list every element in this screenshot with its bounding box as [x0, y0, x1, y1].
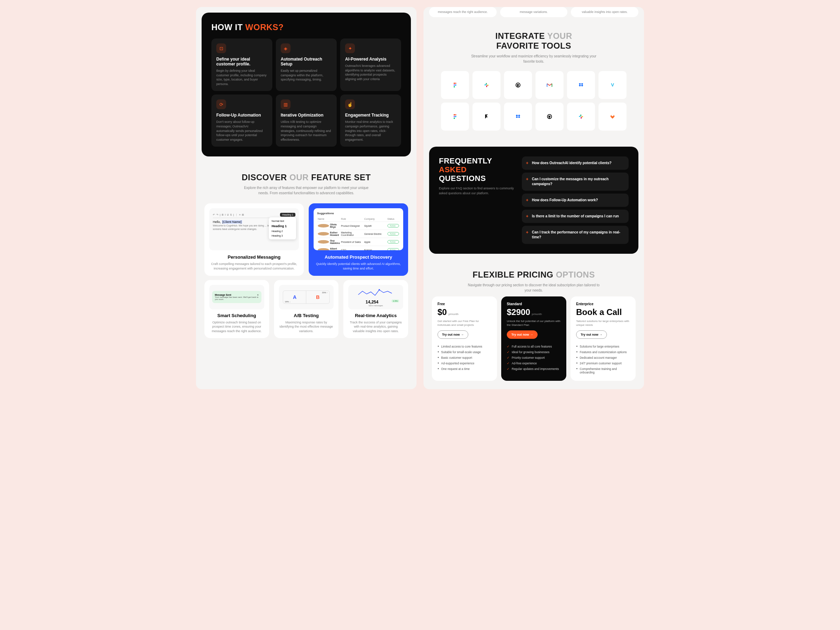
svg-point-3: [453, 84, 455, 86]
hiw-card: ⟳Follow-Up AutomationDon't worry about f…: [212, 95, 272, 147]
vimeo-icon[interactable]: V: [598, 71, 627, 99]
price-feature: Comprehensive training and onboarding: [576, 366, 630, 375]
feature-personalized-messaging[interactable]: ↶↷|BIUS|⋮≡⊞ Heading 1 Hello, [Client Nam…: [204, 203, 304, 275]
github-icon[interactable]: [535, 103, 564, 131]
price-tier: Standard: [507, 302, 561, 306]
integrate-title: INTEGRATE YOUR FAVORITE TOOLS: [437, 31, 630, 51]
faq-item[interactable]: +Can I track the performance of my campa…: [522, 226, 628, 244]
suggestion-row[interactable]: Olivia RhyeProduct DesignerSlydefiActive: [317, 222, 400, 230]
feature-desc: Quickly identify potential clients with …: [314, 262, 403, 270]
hiw-card: ◈Automated Outreach SetupEasily set up p…: [276, 38, 337, 91]
hiw-card-title: Engagement Tracking: [345, 113, 396, 118]
price-feature: Regular updates and improvements: [507, 366, 561, 372]
hiw-card: ☝Engagement TrackingMonitor real-time an…: [340, 95, 401, 147]
faq-item[interactable]: +How does OutreachAI identify potential …: [522, 156, 628, 170]
framer-icon[interactable]: [472, 103, 501, 131]
suggestion-row[interactable]: Esther HowardMarketing CoordinatorGenera…: [317, 230, 400, 238]
github-icon[interactable]: [504, 71, 532, 99]
price-desc: Unlock the full potential of our platfor…: [507, 319, 561, 327]
redo-icon: ↷: [216, 213, 218, 216]
svg-point-15: [453, 116, 455, 117]
hiw-icon: ⟳: [216, 99, 226, 109]
figma-icon[interactable]: [441, 71, 469, 99]
figma-icon[interactable]: [441, 103, 469, 131]
plus-icon: +: [526, 198, 529, 203]
hiw-icon: ⊡: [216, 43, 226, 53]
heading-dropdown[interactable]: Heading 1: [280, 213, 295, 217]
price-card-standard: Standard $2900 p/month Unlock the full p…: [501, 297, 566, 381]
snippet-row: messages reach the right audience. messa…: [423, 7, 644, 21]
faq-list: +How does OutreachAI identify potential …: [522, 156, 628, 244]
how-it-works-grid: ⊡Define your ideal customer profile.Begi…: [212, 38, 401, 147]
price-feature: Basic customer support: [437, 355, 491, 360]
dropbox-icon[interactable]: [504, 103, 532, 131]
feature-prospect-discovery[interactable]: Suggestions NameRoleCompanyStatus Olivia…: [309, 203, 408, 275]
feature-ab-testing[interactable]: A16% ↓ B25% ↑ A/B Testing Maximizing res…: [274, 280, 339, 338]
svg-point-4: [455, 84, 456, 86]
svg-rect-9: [486, 85, 487, 87]
faq-item[interactable]: +Can I customize the messages in my outr…: [522, 172, 628, 191]
price-card-enterprice: Enterprice Book a Call Tailored solution…: [570, 297, 636, 381]
price-features: Solutions for large enterprisesFeatures …: [576, 344, 630, 375]
faq-section: FREQUENTLYASKEDQUESTIONS Explore our FAQ…: [429, 147, 638, 254]
svg-text:V: V: [611, 82, 614, 87]
hiw-card-desc: OutreachAI leverages advanced algorithms…: [345, 64, 396, 81]
faq-item[interactable]: +How does Follow-Up Automation work?: [522, 194, 628, 207]
svg-point-17: [453, 118, 455, 119]
hiw-icon: ✦: [345, 43, 355, 53]
hiw-card-desc: Begin by defining your ideal customer pr…: [216, 69, 267, 86]
gmail-icon[interactable]: [535, 71, 564, 99]
price-amount: $0: [437, 307, 447, 317]
feature-smart-scheduling[interactable]: Message Sent× Your message has been sent…: [204, 280, 269, 338]
hiw-icon: ◈: [281, 43, 291, 53]
plus-icon: +: [526, 214, 529, 219]
right-column: messages reach the right audience. messa…: [423, 7, 644, 389]
try-out-button[interactable]: Try out now →: [576, 330, 607, 339]
pricing-subtitle: Navigate through our pricing section to …: [467, 283, 600, 293]
dropbox-icon[interactable]: [567, 71, 595, 99]
svg-rect-8: [486, 83, 487, 85]
gitlab-icon[interactable]: [598, 103, 627, 131]
feature-realtime-analytics[interactable]: 14,2541.5% Sent messages Real-time Analy…: [343, 280, 408, 338]
discover-header: DISCOVER OUR FEATURE SET Explore the ric…: [196, 162, 417, 199]
price-amount: $2900: [507, 307, 530, 317]
hiw-card-title: Iterative Optimization: [281, 113, 332, 118]
pricing-grid: Free $0 p/month Get started with our Fre…: [423, 297, 644, 389]
price-feature: Ad-free experience: [507, 360, 561, 366]
feature-small-grid: Message Sent× Your message has been sent…: [196, 280, 417, 347]
how-it-works-section: HOW IT WORKS? ⊡Define your ideal custome…: [202, 13, 411, 156]
price-amount: Book a Call: [576, 307, 622, 317]
try-out-button[interactable]: Try out now →: [437, 330, 468, 339]
svg-point-5: [453, 86, 455, 87]
pricing-header: FLEXIBLE PRICING OPTIONS Navigate throug…: [423, 259, 644, 297]
faq-question: Can I customize the messages in my outre…: [532, 177, 624, 186]
price-feature: Limited access to core features: [437, 344, 491, 349]
slack-icon[interactable]: [567, 103, 595, 131]
integrate-header: INTEGRATE YOUR FAVORITE TOOLS Streamline…: [423, 21, 644, 68]
hiw-card: ⊡Define your ideal customer profile.Begi…: [212, 38, 272, 91]
faq-question: How does OutreachAI identify potential c…: [532, 161, 611, 166]
svg-rect-6: [485, 84, 486, 85]
hiw-card-title: Follow-Up Automation: [216, 113, 267, 118]
hiw-icon: ▥: [281, 99, 291, 109]
try-out-button[interactable]: Try out now →: [507, 330, 538, 339]
slack-icon[interactable]: [472, 71, 501, 99]
price-feature: One request at a time: [437, 366, 491, 372]
svg-rect-19: [579, 116, 581, 117]
feature-title: Automated Prospect Discovery: [314, 254, 403, 260]
price-feature: Full access to all core features: [507, 344, 561, 349]
hiw-card-title: Automated Outreach Setup: [281, 57, 332, 66]
svg-rect-21: [580, 114, 581, 116]
price-feature: 24/7 premium customer support: [576, 360, 630, 366]
feature-big-grid: ↶↷|BIUS|⋮≡⊞ Heading 1 Hello, [Client Nam…: [196, 199, 417, 279]
suggestion-row[interactable]: Albert FloresCTOFramerActive: [317, 246, 400, 250]
faq-item[interactable]: +Is there a limit to the number of campa…: [522, 210, 628, 223]
tools-wrap: V: [423, 68, 644, 141]
suggestions-preview: Suggestions NameRoleCompanyStatus Olivia…: [314, 208, 403, 250]
suggestion-row[interactable]: Guy HawkinsPresident of SalesAppleActive: [317, 238, 400, 246]
price-features: Limited access to core featuresSuitable …: [437, 344, 491, 372]
price-tier: Enterprice: [576, 302, 630, 306]
price-feature: Features and customization options: [576, 349, 630, 355]
heading-menu[interactable]: Normal text Heading 1 Heading 2 Heading …: [269, 217, 296, 239]
message-sent-preview: Message Sent× Your message has been sent…: [209, 285, 264, 309]
